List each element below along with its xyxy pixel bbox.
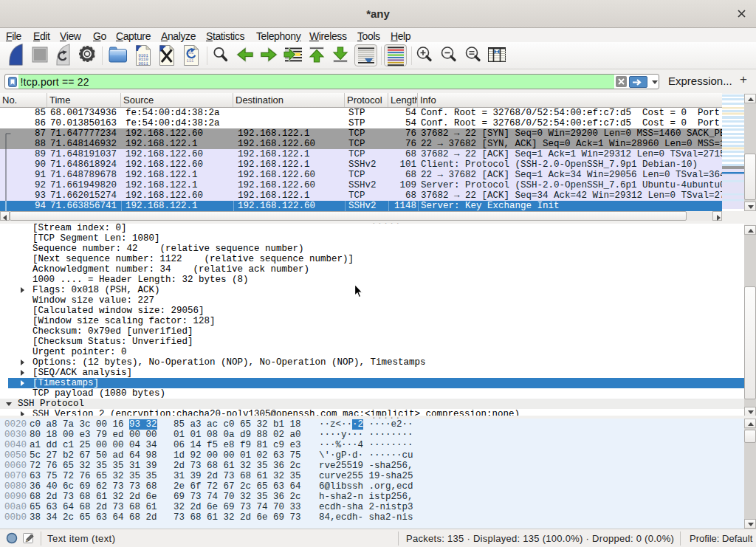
svg-text:111: 111 xyxy=(187,58,195,63)
svg-text:0011: 0011 xyxy=(139,61,149,66)
